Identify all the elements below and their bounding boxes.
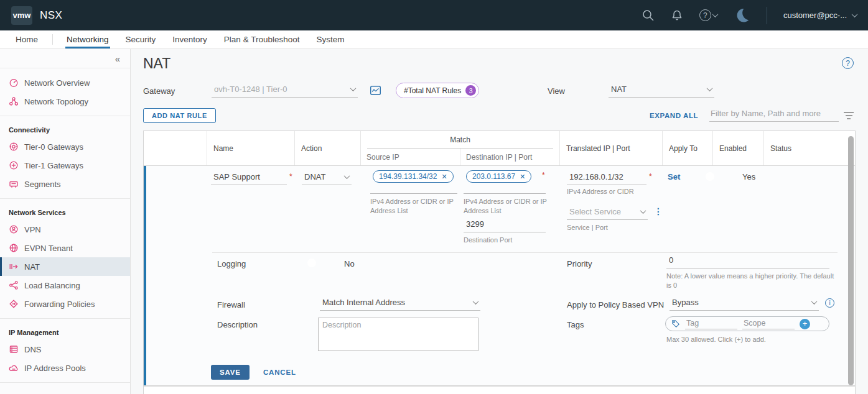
search-icon[interactable] [642,9,655,22]
description-textarea[interactable] [318,318,478,351]
cancel-button[interactable]: CANCEL [263,369,296,376]
policy-vpn-label: Apply to Policy Based VPN [567,300,664,309]
logging-label: Logging [217,259,246,268]
chevron-down-icon [350,85,357,91]
destination-port-input[interactable] [464,218,546,232]
filter-input[interactable] [709,108,839,122]
product-name: NSX [40,9,62,22]
firewall-select[interactable]: Match Internal Address [320,296,480,311]
header-match: Match [361,131,559,144]
priority-input[interactable] [666,254,829,268]
chevron-down-icon [344,173,350,179]
gauge-icon [9,78,19,88]
selected-row-indicator [144,166,146,385]
source-ip-hint: IPv4 Address or CIDR or IP Address List [370,197,462,216]
tags-label: Tags [567,320,584,329]
tags-note: Max 30 allowed. Click (+) to add. [666,335,766,344]
load-balancing-icon [9,280,19,290]
description-label: Description [217,320,258,329]
tab-system[interactable]: System [316,30,344,48]
sidebar-item-vpn[interactable]: VPN [0,220,130,239]
sidebar-item-tier1-gateways[interactable]: Tier-1 Gateways [0,156,130,175]
sidebar-item-load-balancing[interactable]: Load Balancing [0,276,130,295]
tab-security[interactable]: Security [126,30,156,48]
tab-plan-troubleshoot[interactable]: Plan & Troubleshoot [224,30,300,48]
tier1-gateway-icon [9,160,19,170]
action-select[interactable]: DNAT [302,171,352,185]
apply-to-set-link[interactable]: Set [668,172,680,181]
view-select[interactable]: NAT [609,83,714,98]
required-asterisk: * [542,171,545,180]
source-ip-value: 194.39.131.34/32 [379,172,437,181]
policy-vpn-select[interactable]: Bypass [670,296,819,311]
tag-input[interactable] [685,319,737,329]
top-bar: vmw NSX ? customer@pcc-... [0,0,868,30]
sidebar-item-network-topology[interactable]: Network Topology [0,92,130,111]
sidebar-item-ip-address-pools[interactable]: IP Address Pools [0,359,130,377]
expand-all-link[interactable]: EXPAND ALL [650,112,698,119]
gateway-select[interactable]: ovh-T0-1248 | Tier-0 [212,83,358,98]
header-enabled: Enabled [712,131,763,165]
sidebar-item-label: Forwarding Policies [24,300,95,309]
tab-networking[interactable]: Networking [67,30,109,48]
tab-home[interactable]: Home [16,30,38,48]
logging-toggle-label: No [344,259,355,268]
sidebar-item-label: NAT [24,262,40,272]
forwarding-policies-icon [9,299,19,309]
sidebar-item-label: Tier-1 Gateways [24,161,83,170]
service-kebab-menu-icon[interactable]: ⋮ [654,207,663,216]
sidebar-item-forwarding-policies[interactable]: Forwarding Policies [0,295,130,313]
save-button[interactable]: SAVE [211,365,250,380]
evpn-tenant-icon [9,243,19,253]
gateway-label: Gateway [143,86,175,96]
sidebar-item-segments[interactable]: Segments [0,175,130,193]
tags-widget: + [665,316,829,331]
service-placeholder: Select Service [569,207,621,216]
table-scrollbar[interactable] [848,136,854,385]
page-help-icon[interactable]: ? [842,57,854,69]
priority-note: Note: A lower value means a higher prior… [666,272,839,291]
help-menu-icon[interactable]: ? [699,9,717,21]
required-asterisk: * [289,172,292,181]
total-nat-rules-badge[interactable]: #Total NAT Rules 3 [396,83,479,98]
destination-ip-hint: IPv4 Address or CIDR or IP Address List [464,197,551,216]
topbar-divider [767,7,767,24]
sidebar-collapse-button[interactable]: « [0,49,130,68]
translated-ip-input[interactable] [567,171,646,185]
toggle-knob [706,172,714,181]
service-select[interactable]: Select Service [567,206,648,220]
dark-mode-moon-icon[interactable] [734,7,750,24]
gateway-stats-chart-icon[interactable] [370,86,381,98]
help-question-icon: ? [699,9,711,21]
filter-icon[interactable] [844,112,854,119]
add-nat-rule-button[interactable]: ADD NAT RULE [143,108,216,123]
notifications-bell-icon[interactable] [671,9,683,22]
nat-icon [9,262,19,272]
sidebar-item-nat[interactable]: NAT [0,257,130,276]
source-ip-field[interactable] [370,193,457,194]
remove-chip-icon[interactable]: ✕ [441,173,447,181]
total-nat-rules-label: #Total NAT Rules [404,86,461,95]
sidebar-item-network-overview[interactable]: Network Overview [0,73,130,92]
info-icon[interactable]: i [825,298,834,308]
scope-input[interactable] [742,319,795,329]
account-menu[interactable]: customer@pcc-... [783,11,857,20]
source-ip-chip[interactable]: 194.39.131.34/32 ✕ [373,170,454,183]
sidebar-item-evpn-tenant[interactable]: EVPN Tenant [0,239,130,257]
destination-port-hint: Destination Port [464,236,512,245]
remove-chip-icon[interactable]: ✕ [520,173,525,181]
vmware-logo[interactable]: vmw [11,6,32,25]
rule-name-input[interactable] [211,171,287,185]
tab-inventory[interactable]: Inventory [172,30,207,48]
sidebar-item-dns[interactable]: DNS [0,340,130,359]
chevron-down-icon [473,298,479,305]
add-tag-button[interactable]: + [800,319,810,329]
toggle-knob [307,259,316,267]
destination-ip-field[interactable] [464,193,546,194]
firewall-label: Firewall [217,300,245,309]
destination-ip-value: 203.0.113.67 [472,172,515,181]
sidebar-item-label: Network Overview [24,78,90,88]
sidebar-item-tier0-gateways[interactable]: Tier-0 Gateways [0,137,130,156]
destination-ip-chip[interactable]: 203.0.113.67 ✕ [466,170,531,183]
translated-ip-hint: IPv4 Address or CIDR [567,187,634,196]
